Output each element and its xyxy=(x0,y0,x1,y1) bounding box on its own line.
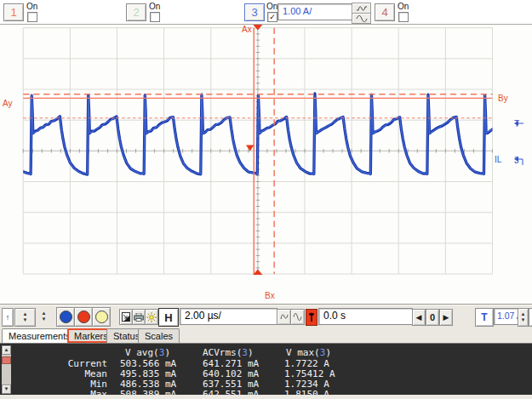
fine-spinner[interactable]: ▲ ▼ xyxy=(37,308,51,325)
spinner-up-icon[interactable]: ▲ xyxy=(23,311,28,317)
ground-arrow-icon xyxy=(514,157,524,166)
measurements-panel: ▲ ▼ V avg(3)ACVrms(3)V max(3)Current503.… xyxy=(0,343,532,396)
column-header: V avg(3) xyxy=(125,347,170,358)
channel-toolbar: 1 On 2 On 3 On ✓ 1.00 A/ 4 On xyxy=(0,0,532,25)
marker-bx-label[interactable]: Bx xyxy=(265,292,275,300)
sine-icon xyxy=(356,15,368,22)
small-sine-icon xyxy=(280,313,289,321)
channel-2-button[interactable]: 2 xyxy=(126,3,146,21)
trigger-level-spinner[interactable]: ▲ ▼ xyxy=(518,308,529,327)
marker-color-blue-button[interactable] xyxy=(56,307,75,327)
trigger-menu-button[interactable]: T xyxy=(475,308,494,327)
table-row: Current503.566 mA641.271 mA1.7722 A xyxy=(14,358,524,368)
export-button[interactable] xyxy=(119,309,133,325)
pan-right-button[interactable]: ▶ xyxy=(439,309,453,326)
level-down-icon[interactable]: ▼ xyxy=(521,317,526,323)
column-header: ACVrms(3) xyxy=(203,347,254,358)
left-arrow-icon xyxy=(514,120,524,127)
marker-by-label[interactable]: By xyxy=(498,94,508,103)
sine-wave-icon xyxy=(293,313,302,321)
channel-1-on-label: On xyxy=(26,2,37,11)
level-up-icon[interactable]: ▲ xyxy=(521,311,526,317)
position-spinner[interactable]: ▲ ▼ xyxy=(14,308,36,327)
trigger-position-icon xyxy=(306,309,317,326)
printer-icon xyxy=(134,313,144,322)
table-header-row: V avg(3)ACVrms(3)V max(3) xyxy=(14,347,524,357)
horizontal-toolbar: ↑ ▲ ▼ ▲ ▼ H 2.00 µs/ 0.0 s ◀ 0 ▶ T 1.07 … xyxy=(0,304,532,328)
channel-1-on-checkbox[interactable] xyxy=(27,12,37,22)
blue-circle-icon xyxy=(60,311,72,323)
marker-ay-label[interactable]: Ay xyxy=(3,100,13,108)
yellow-circle-icon xyxy=(95,311,108,323)
scroll-up-button[interactable]: ▲ xyxy=(2,345,11,355)
panel-scrollbar[interactable]: ▲ ▼ xyxy=(2,345,11,394)
channel-3-button[interactable]: 3 xyxy=(244,3,265,21)
print-button[interactable] xyxy=(132,309,146,325)
window-bottom-strip xyxy=(0,395,532,399)
scope-grid-and-trace xyxy=(0,25,532,304)
distorted-sine-icon xyxy=(356,5,368,12)
channel-1-button[interactable]: 1 xyxy=(3,3,24,21)
tab-measurements[interactable]: Measurements xyxy=(2,328,77,343)
coupling-sine-button[interactable] xyxy=(352,13,371,24)
horizontal-menu-button[interactable]: H xyxy=(158,308,179,327)
horizontal-mode-button[interactable] xyxy=(290,309,305,325)
scroll-thumb[interactable] xyxy=(2,356,11,364)
table-row: Mean495.835 mA640.102 mA1.75412 A xyxy=(14,368,524,379)
fine-down-icon[interactable]: ▼ xyxy=(42,316,47,322)
tab-scales[interactable]: Scales xyxy=(138,328,180,343)
channel-3-scale-field[interactable]: 1.00 A/ xyxy=(277,3,355,20)
marker-color-yellow-button[interactable] xyxy=(92,307,111,327)
timebase-field[interactable]: 2.00 µs/ xyxy=(180,308,277,325)
channel-2-on-checkbox[interactable] xyxy=(150,12,160,22)
fine-up-icon[interactable]: ▲ xyxy=(42,311,47,316)
zero-delay-button[interactable]: 0 xyxy=(426,309,439,326)
marker-color-red-button[interactable] xyxy=(74,307,93,327)
channel-4-button[interactable]: 4 xyxy=(375,3,395,21)
scroll-down-button[interactable]: ▼ xyxy=(2,385,11,394)
results-tab-bar: Measurements Markers Status Scales xyxy=(0,328,532,343)
column-header: V max(3) xyxy=(286,347,331,358)
trigger-level-marker[interactable]: T xyxy=(514,120,519,128)
channel-3-on-checkbox[interactable]: ✓ xyxy=(267,12,277,22)
spinner-down-icon[interactable]: ▼ xyxy=(23,317,28,323)
channel-4-on-label: On xyxy=(398,2,409,11)
trigger-t-arrow-icon xyxy=(308,312,315,322)
scope-display[interactable]: Ax Bx Ay By IL T 3 xyxy=(0,25,532,304)
pan-up-right-button[interactable]: ↑ xyxy=(529,308,532,327)
channel-4-on-checkbox[interactable] xyxy=(398,12,409,22)
red-circle-icon xyxy=(77,311,90,323)
horizontal-vernier-button[interactable] xyxy=(277,309,291,325)
display-brightness-button[interactable] xyxy=(145,309,158,325)
channel-2-on-label: On xyxy=(149,2,160,11)
table-row: Min486.538 mA637.551 mA1.7234 A xyxy=(14,379,524,389)
pan-up-left-button[interactable]: ↑ xyxy=(2,308,14,327)
pan-left-button[interactable]: ◀ xyxy=(412,309,426,326)
trigger-level-field[interactable]: 1.07 A xyxy=(494,308,520,325)
channel-3-on-label: On xyxy=(266,2,277,11)
marker-ax-label[interactable]: Ax xyxy=(242,26,252,34)
export-icon xyxy=(122,312,130,322)
channel-3-ground-marker[interactable]: 3 xyxy=(514,157,519,165)
trigger-position-field[interactable]: 0.0 s xyxy=(318,308,413,325)
trace-il-label: IL xyxy=(495,156,501,164)
sun-icon xyxy=(146,312,157,322)
